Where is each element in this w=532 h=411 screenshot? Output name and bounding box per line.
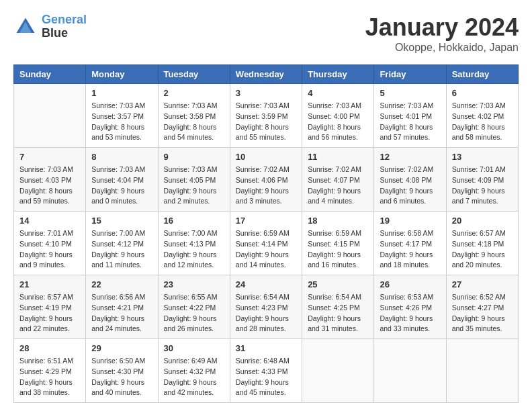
day-number: 5 [380,88,440,98]
day-info: Sunrise: 7:02 AM Sunset: 4:07 PM Dayligh… [308,165,368,207]
day-number: 10 [236,152,296,162]
calendar-week-3: 14 Sunrise: 7:01 AM Sunset: 4:10 PM Dayl… [14,212,519,275]
calendar-cell: 1 Sunrise: 7:03 AM Sunset: 3:57 PM Dayli… [86,84,158,148]
day-info: Sunrise: 7:03 AM Sunset: 4:03 PM Dayligh… [19,165,80,207]
day-number: 6 [452,88,513,98]
day-info: Sunrise: 6:59 AM Sunset: 4:15 PM Dayligh… [308,228,368,271]
calendar-cell: 23 Sunrise: 6:55 AM Sunset: 4:22 PM Dayl… [158,275,230,339]
day-info: Sunrise: 6:55 AM Sunset: 4:22 PM Dayligh… [164,292,224,334]
day-info: Sunrise: 7:03 AM Sunset: 3:57 PM Dayligh… [91,101,152,143]
day-number: 25 [308,279,368,289]
calendar-cell: 3 Sunrise: 7:03 AM Sunset: 3:59 PM Dayli… [230,84,302,148]
calendar-cell: 28 Sunrise: 6:51 AM Sunset: 4:29 PM Dayl… [14,339,86,403]
page-header: General Blue January 2024 Okoppe, Hokkai… [13,13,519,54]
day-number: 1 [91,88,152,98]
calendar-week-4: 21 Sunrise: 6:57 AM Sunset: 4:19 PM Dayl… [14,275,519,339]
day-number: 8 [91,152,152,162]
header-row: Sunday Monday Tuesday Wednesday Thursday… [14,65,519,84]
day-info: Sunrise: 6:51 AM Sunset: 4:29 PM Dayligh… [19,356,80,398]
calendar-body: 1 Sunrise: 7:03 AM Sunset: 3:57 PM Dayli… [14,84,519,403]
calendar-cell: 22 Sunrise: 6:56 AM Sunset: 4:21 PM Dayl… [86,275,158,339]
calendar-cell: 12 Sunrise: 7:02 AM Sunset: 4:08 PM Dayl… [374,148,446,212]
calendar-cell [14,84,86,148]
logo-text: General Blue [42,13,87,40]
day-info: Sunrise: 7:01 AM Sunset: 4:10 PM Dayligh… [19,228,80,271]
calendar-table: Sunday Monday Tuesday Wednesday Thursday… [13,64,519,403]
calendar-cell: 18 Sunrise: 6:59 AM Sunset: 4:15 PM Dayl… [302,212,374,275]
day-info: Sunrise: 7:02 AM Sunset: 4:06 PM Dayligh… [236,165,296,207]
day-info: Sunrise: 7:02 AM Sunset: 4:08 PM Dayligh… [380,165,440,207]
calendar-cell: 21 Sunrise: 6:57 AM Sunset: 4:19 PM Dayl… [14,275,86,339]
day-number: 3 [236,88,296,98]
day-info: Sunrise: 7:03 AM Sunset: 4:00 PM Dayligh… [308,101,368,143]
logo: General Blue [13,13,87,40]
calendar-cell: 31 Sunrise: 6:48 AM Sunset: 4:33 PM Dayl… [230,339,302,403]
day-info: Sunrise: 7:03 AM Sunset: 4:05 PM Dayligh… [164,165,224,207]
day-info: Sunrise: 7:00 AM Sunset: 4:13 PM Dayligh… [164,228,224,271]
day-number: 19 [380,216,440,226]
month-title: January 2024 [365,13,519,42]
day-info: Sunrise: 7:03 AM Sunset: 4:01 PM Dayligh… [380,101,440,143]
calendar-cell: 8 Sunrise: 7:03 AM Sunset: 4:04 PM Dayli… [86,148,158,212]
calendar-week-1: 1 Sunrise: 7:03 AM Sunset: 3:57 PM Dayli… [14,84,519,148]
day-number: 20 [452,216,513,226]
day-number: 13 [452,152,513,162]
day-info: Sunrise: 6:48 AM Sunset: 4:33 PM Dayligh… [236,356,296,398]
calendar-cell: 4 Sunrise: 7:03 AM Sunset: 4:00 PM Dayli… [302,84,374,148]
day-number: 12 [380,152,440,162]
calendar-cell: 16 Sunrise: 7:00 AM Sunset: 4:13 PM Dayl… [158,212,230,275]
col-saturday: Saturday [446,65,518,84]
calendar-cell: 13 Sunrise: 7:01 AM Sunset: 4:09 PM Dayl… [446,148,518,212]
day-number: 4 [308,88,368,98]
calendar-cell: 27 Sunrise: 6:52 AM Sunset: 4:27 PM Dayl… [446,275,518,339]
calendar-cell: 6 Sunrise: 7:03 AM Sunset: 4:02 PM Dayli… [446,84,518,148]
day-info: Sunrise: 7:03 AM Sunset: 4:02 PM Dayligh… [452,101,513,143]
calendar-cell: 30 Sunrise: 6:49 AM Sunset: 4:32 PM Dayl… [158,339,230,403]
calendar-cell: 19 Sunrise: 6:58 AM Sunset: 4:17 PM Dayl… [374,212,446,275]
col-friday: Friday [374,65,446,84]
day-info: Sunrise: 6:49 AM Sunset: 4:32 PM Dayligh… [164,356,224,398]
location: Okoppe, Hokkaido, Japan [365,42,519,54]
calendar-cell [446,339,518,403]
day-number: 26 [380,279,440,289]
day-number: 15 [91,216,152,226]
day-number: 9 [164,152,224,162]
day-number: 11 [308,152,368,162]
day-info: Sunrise: 6:53 AM Sunset: 4:26 PM Dayligh… [380,292,440,334]
calendar-cell [374,339,446,403]
calendar-cell: 7 Sunrise: 7:03 AM Sunset: 4:03 PM Dayli… [14,148,86,212]
day-number: 24 [236,279,296,289]
calendar-header: Sunday Monday Tuesday Wednesday Thursday… [14,65,519,84]
col-sunday: Sunday [14,65,86,84]
day-number: 29 [91,343,152,353]
day-number: 27 [452,279,513,289]
calendar-cell: 20 Sunrise: 6:57 AM Sunset: 4:18 PM Dayl… [446,212,518,275]
day-info: Sunrise: 6:59 AM Sunset: 4:14 PM Dayligh… [236,228,296,271]
calendar-cell: 9 Sunrise: 7:03 AM Sunset: 4:05 PM Dayli… [158,148,230,212]
calendar-cell: 2 Sunrise: 7:03 AM Sunset: 3:58 PM Dayli… [158,84,230,148]
calendar-cell: 15 Sunrise: 7:00 AM Sunset: 4:12 PM Dayl… [86,212,158,275]
day-info: Sunrise: 6:56 AM Sunset: 4:21 PM Dayligh… [91,292,152,334]
col-tuesday: Tuesday [158,65,230,84]
day-number: 17 [236,216,296,226]
day-number: 21 [19,279,80,289]
day-info: Sunrise: 7:01 AM Sunset: 4:09 PM Dayligh… [452,165,513,207]
day-info: Sunrise: 6:57 AM Sunset: 4:19 PM Dayligh… [19,292,80,334]
day-number: 14 [19,216,80,226]
title-block: January 2024 Okoppe, Hokkaido, Japan [365,13,519,54]
day-info: Sunrise: 6:57 AM Sunset: 4:18 PM Dayligh… [452,228,513,271]
day-number: 28 [19,343,80,353]
col-monday: Monday [86,65,158,84]
day-number: 16 [164,216,224,226]
day-number: 7 [19,152,80,162]
day-number: 18 [308,216,368,226]
calendar-cell: 17 Sunrise: 6:59 AM Sunset: 4:14 PM Dayl… [230,212,302,275]
calendar-cell: 5 Sunrise: 7:03 AM Sunset: 4:01 PM Dayli… [374,84,446,148]
calendar-cell: 26 Sunrise: 6:53 AM Sunset: 4:26 PM Dayl… [374,275,446,339]
day-info: Sunrise: 6:52 AM Sunset: 4:27 PM Dayligh… [452,292,513,334]
day-info: Sunrise: 7:00 AM Sunset: 4:12 PM Dayligh… [91,228,152,271]
day-info: Sunrise: 6:54 AM Sunset: 4:25 PM Dayligh… [308,292,368,334]
calendar-cell [302,339,374,403]
day-info: Sunrise: 7:03 AM Sunset: 3:58 PM Dayligh… [164,101,224,143]
day-info: Sunrise: 7:03 AM Sunset: 3:59 PM Dayligh… [236,101,296,143]
